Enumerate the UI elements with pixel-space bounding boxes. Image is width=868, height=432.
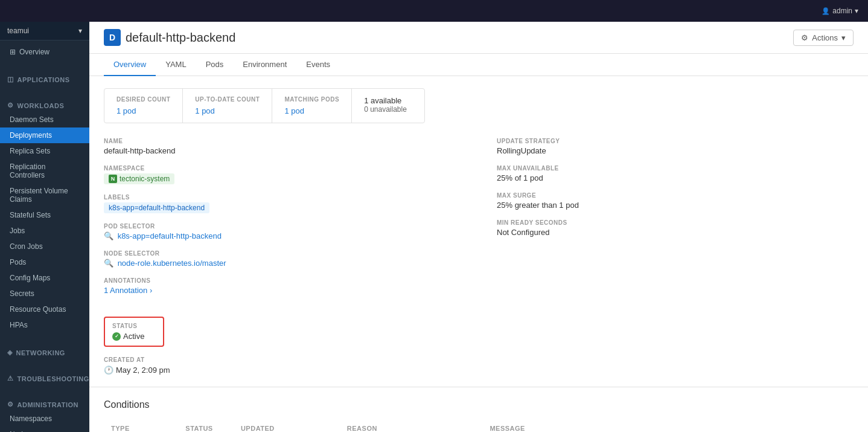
annotations-label: ANNOTATIONS	[104, 277, 461, 284]
sidebar-section-applications: ◫ Applications	[0, 68, 89, 89]
applications-label: Applications	[18, 76, 70, 83]
section-separator	[89, 387, 868, 387]
workloads-icon: ⚙	[7, 102, 14, 109]
sidebar: teamui ▾ ⊞ Overview ◫ Applications ⚙ Wor…	[0, 22, 89, 432]
labels-label: LABELS	[104, 194, 461, 201]
sidebar-item-jobs[interactable]: Jobs	[0, 223, 89, 239]
uptodate-count-value: 1 pod	[195, 106, 260, 115]
gear-icon: ⚙	[801, 33, 808, 42]
name-value: default-http-backend	[104, 146, 461, 155]
uptodate-count-label: UP-TO-DATE COUNT	[195, 96, 260, 103]
pod-selector-value: 🔍 k8s-app=default-http-backend	[104, 231, 461, 240]
labels-value: k8s-app=default-http-backend	[104, 202, 461, 213]
created-text: May 2, 2:09 pm	[116, 366, 170, 375]
namespace-value: N tectonic-system	[104, 173, 461, 184]
namespace-selector[interactable]: teamui ▾	[0, 22, 89, 40]
matching-pods-value: 1 pod	[284, 106, 339, 115]
main-layout: teamui ▾ ⊞ Overview ◫ Applications ⚙ Wor…	[0, 22, 868, 432]
detail-namespace: NAMESPACE N tectonic-system	[104, 165, 461, 184]
tab-yaml[interactable]: YAML	[156, 54, 196, 76]
min-ready-label: MIN READY SECONDS	[497, 219, 854, 226]
actions-label: Actions	[812, 33, 838, 42]
workloads-header[interactable]: ⚙ Workloads	[0, 98, 89, 112]
max-unavailable-value: 25% of 1 pod	[497, 173, 854, 182]
sidebar-item-cron-jobs[interactable]: Cron Jobs	[0, 239, 89, 254]
detail-name: NAME default-http-backend	[104, 138, 461, 155]
user-menu[interactable]: admin ▾	[822, 7, 858, 15]
workloads-label: Workloads	[18, 102, 65, 109]
matching-pods-label: MATCHING PODS	[284, 96, 339, 103]
tab-pods[interactable]: Pods	[196, 54, 234, 76]
sidebar-item-pods[interactable]: Pods	[0, 254, 89, 270]
sidebar-item-hpas[interactable]: HPAs	[0, 317, 89, 333]
conditions-header-row: TYPE STATUS UPDATED REASON MESSAGE	[104, 420, 854, 432]
annotations-link[interactable]: 1 Annotation ›	[104, 286, 152, 295]
tab-events[interactable]: Events	[296, 54, 340, 76]
available-value: 1 available	[364, 96, 412, 105]
applications-header[interactable]: ◫ Applications	[0, 72, 89, 86]
tab-overview[interactable]: Overview	[104, 54, 156, 76]
sidebar-item-overview[interactable]: ⊞ Overview	[0, 44, 89, 60]
status-section: STATUS Active	[104, 317, 854, 347]
label-tag[interactable]: k8s-app=default-http-backend	[104, 202, 209, 213]
node-selector-value: 🔍 node-role.kubernetes.io/master	[104, 259, 461, 268]
clock-icon: 🕐	[104, 366, 113, 375]
item-label: Resource Quotas	[10, 305, 66, 314]
tab-environment[interactable]: Environment	[233, 54, 296, 76]
networking-header[interactable]: ◈ Networking	[0, 345, 89, 359]
pod-selector-label: POD SELECTOR	[104, 223, 461, 230]
namespace-label: teamui	[7, 27, 29, 35]
sidebar-item-nodes[interactable]: Nodes	[0, 427, 89, 432]
col-type: TYPE	[104, 420, 178, 432]
sidebar-item-config-maps[interactable]: Config Maps	[0, 270, 89, 286]
item-label: Persistent Volume Claims	[10, 187, 82, 204]
troubleshooting-label: Troubleshooting	[18, 375, 89, 382]
sidebar-item-daemon-sets[interactable]: Daemon Sets	[0, 112, 89, 127]
detail-labels: LABELS k8s-app=default-http-backend	[104, 194, 461, 213]
chevron-down-icon: ▾	[855, 7, 858, 15]
item-label: Secrets	[10, 289, 34, 298]
sidebar-item-secrets[interactable]: Secrets	[0, 286, 89, 301]
created-section: CREATED AT 🕐 May 2, 2:09 pm	[104, 356, 854, 375]
actions-button[interactable]: ⚙ Actions ▾	[793, 30, 854, 46]
pod-selector-link[interactable]: k8s-app=default-http-backend	[118, 231, 222, 240]
chevron-down-icon: ▾	[78, 27, 82, 35]
node-selector-link[interactable]: node-role.kubernetes.io/master	[118, 259, 226, 268]
sidebar-section-workloads: ⚙ Workloads Daemon Sets Deployments Repl…	[0, 94, 89, 337]
administration-label: Administration	[18, 401, 79, 408]
details-right: UPDATE STRATEGY RollingUpdate MAX UNAVAI…	[497, 138, 854, 305]
namespace-badge[interactable]: N tectonic-system	[104, 173, 174, 184]
sidebar-section-overview: ⊞ Overview	[0, 40, 89, 63]
max-unavailable-label: MAX UNAVAILABLE	[497, 165, 854, 172]
sidebar-item-pvc[interactable]: Persistent Volume Claims	[0, 183, 89, 207]
unavailable-value: 0 unavailable	[364, 105, 412, 114]
detail-update-strategy: UPDATE STRATEGY RollingUpdate	[497, 138, 854, 155]
item-label: HPAs	[10, 321, 28, 329]
status-active-icon	[112, 332, 121, 341]
networking-label: Networking	[16, 349, 65, 356]
sidebar-item-replication-controllers[interactable]: Replication Controllers	[0, 159, 89, 183]
sidebar-item-stateful-sets[interactable]: Stateful Sets	[0, 207, 89, 223]
troubleshooting-header[interactable]: ⚠ Troubleshooting	[0, 371, 89, 385]
overview-icon: ⊞	[10, 48, 16, 56]
col-updated: UPDATED	[234, 420, 340, 432]
desired-count-value[interactable]: 1 pod	[116, 106, 170, 115]
sidebar-item-replica-sets[interactable]: Replica Sets	[0, 143, 89, 159]
created-value: 🕐 May 2, 2:09 pm	[104, 366, 854, 375]
stat-uptodate-count: UP-TO-DATE COUNT 1 pod	[183, 89, 272, 123]
sidebar-section-networking: ◈ Networking	[0, 341, 89, 363]
namespace-label: NAMESPACE	[104, 165, 461, 172]
sidebar-item-deployments[interactable]: Deployments	[0, 127, 89, 143]
administration-header[interactable]: ⚙ Administration	[0, 397, 89, 411]
page-title: default-http-backend	[126, 31, 235, 45]
item-label: Cron Jobs	[10, 242, 43, 251]
item-label: Namespaces	[10, 414, 52, 423]
detail-max-unavailable: MAX UNAVAILABLE 25% of 1 pod	[497, 165, 854, 182]
sidebar-item-namespaces[interactable]: Namespaces	[0, 411, 89, 427]
item-label: Jobs	[10, 227, 25, 235]
stat-matching-pods: MATCHING PODS 1 pod	[272, 89, 352, 123]
administration-icon: ⚙	[7, 401, 14, 408]
sidebar-item-resource-quotas[interactable]: Resource Quotas	[0, 301, 89, 317]
name-label: NAME	[104, 138, 461, 144]
node-selector-label: NODE SELECTOR	[104, 250, 461, 257]
